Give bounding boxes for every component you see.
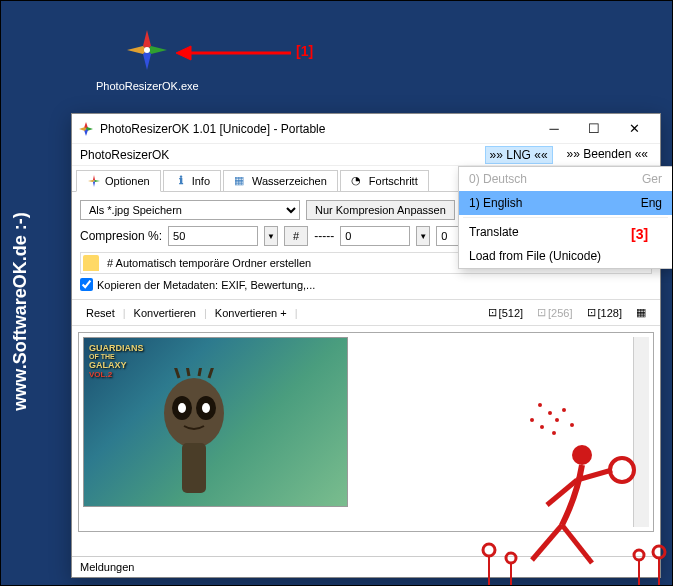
size-128-button[interactable]: ⊡[128] [581,304,628,321]
svg-marker-16 [88,180,94,182]
thumb-icon: ⊡ [537,306,546,319]
svg-marker-14 [94,180,100,182]
lang-item-load-file[interactable]: Load from File (Unicode) [459,244,672,268]
svg-point-21 [202,403,210,413]
flower-3 [629,547,649,585]
lang-item-english[interactable]: 1) EnglishEng [459,191,672,215]
watermark-text: www.SoftwareOK.de :-) [10,212,31,410]
tab-options-label: Optionen [105,175,150,187]
progress-icon: ◔ [351,174,365,188]
metadata-label: Kopieren der Metadaten: EXIF, Bewertung,… [97,279,315,291]
window-title: PhotoResizerOK 1.01 [Unicode] - Portable [100,122,534,136]
svg-point-38 [634,550,644,560]
tab-info[interactable]: ℹ Info [163,170,221,191]
app-label: PhotoResizerOK [80,148,169,162]
svg-point-24 [610,458,634,482]
grid-icon: ▦ [636,306,646,319]
svg-point-4 [144,47,150,53]
convert-plus-button[interactable]: Konvertieren + [209,305,293,321]
annotation-3: [3] [631,226,648,242]
reset-button[interactable]: Reset [80,305,121,321]
svg-point-31 [538,403,542,407]
svg-rect-22 [182,443,206,493]
groot-character [134,368,254,507]
status-messages-label: Meldungen [80,561,134,573]
compression-input[interactable] [168,226,258,246]
save-format-select[interactable]: Als *.jpg Speichern [80,200,300,220]
fit-compression-button[interactable]: Nur Kompresion Anpassen [306,200,455,220]
svg-marker-12 [79,127,86,131]
tab-watermark[interactable]: ▦ Wasserzeichen [223,170,338,191]
menubar: PhotoResizerOK »» LNG «« »» Beenden «« [72,144,660,166]
menu-language[interactable]: »» LNG «« [485,146,553,164]
metadata-checkbox[interactable] [80,278,93,291]
titlebar-app-icon [78,121,94,137]
menu-exit[interactable]: »» Beenden «« [563,146,652,164]
thumb-icon: ⊡ [587,306,596,319]
compression-label: Compresion %: [80,229,162,243]
watermark-icon: ▦ [234,174,248,188]
svg-marker-6 [176,46,191,60]
dashes-label: ----- [314,229,334,243]
tab-progress-label: Fortschritt [369,175,418,187]
app-icon [123,26,171,74]
grid-view-button[interactable]: ▦ [630,304,652,321]
svg-point-32 [530,418,534,422]
flower-2 [501,550,521,585]
thumb-icon: ⊡ [488,306,497,319]
action-bar: Reset | Konvertieren | Konvertieren + | … [72,299,660,326]
tab-watermark-label: Wasserzeichen [252,175,327,187]
svg-point-23 [572,445,592,465]
flower-4 [649,543,669,585]
svg-point-34 [483,544,495,556]
svg-point-36 [506,553,516,563]
desktop-icon-label: PhotoResizerOK.exe [96,80,199,92]
svg-point-27 [562,408,566,412]
options-icon [87,174,101,188]
svg-point-25 [555,418,559,422]
image-thumbnail[interactable]: GUARDIANS OF THE GALAXY VOL.2 [83,337,348,507]
info-icon: ℹ [174,174,188,188]
size-512-button[interactable]: ⊡[512] [482,304,529,321]
compression-dropdown[interactable]: ▼ [264,226,278,246]
svg-point-20 [178,403,186,413]
convert-button[interactable]: Konvertieren [128,305,202,321]
tab-options[interactable]: Optionen [76,170,161,192]
annotation-1: [1] [296,43,313,59]
minimize-button[interactable]: ─ [534,115,574,143]
svg-marker-13 [93,175,95,181]
svg-point-40 [653,546,665,558]
svg-point-26 [548,411,552,415]
maximize-button[interactable]: ☐ [574,115,614,143]
svg-point-29 [570,423,574,427]
titlebar: PhotoResizerOK 1.01 [Unicode] - Portable… [72,114,660,144]
hash-button[interactable]: # [284,226,308,246]
size-256-button[interactable]: ⊡[256] [531,304,578,321]
value-1-dropdown[interactable]: ▼ [416,226,430,246]
value-input-1[interactable] [340,226,410,246]
svg-point-28 [540,425,544,429]
folder-icon [83,255,99,271]
close-button[interactable]: ✕ [614,115,654,143]
language-menu: 0) DeutschGer 1) EnglishEng Translate Lo… [458,166,673,269]
svg-marker-15 [93,181,95,187]
arrow-1 [171,41,301,71]
lang-item-german[interactable]: 0) DeutschGer [459,167,672,191]
tab-info-label: Info [192,175,210,187]
flower-1 [479,540,499,585]
tab-progress[interactable]: ◔ Fortschritt [340,170,429,191]
svg-point-30 [552,431,556,435]
